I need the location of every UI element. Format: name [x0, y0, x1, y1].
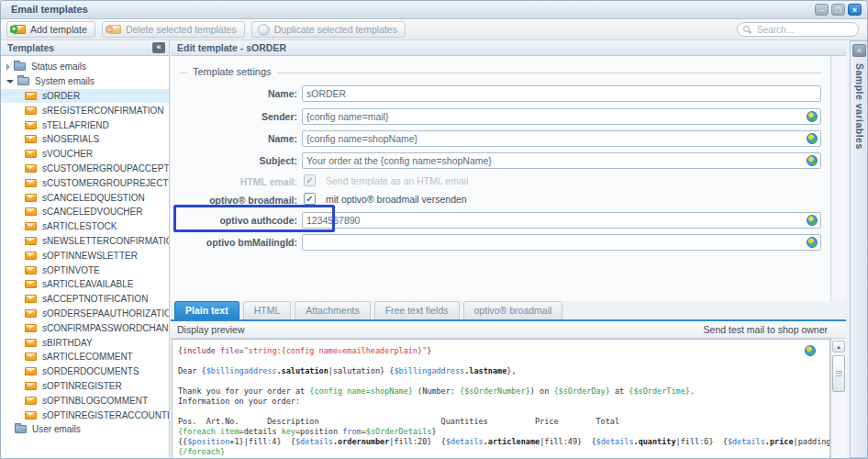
- code-scrollbar[interactable]: ▲: [830, 339, 846, 459]
- scroll-thumb[interactable]: [832, 355, 845, 392]
- mail-icon: [25, 135, 37, 143]
- code-line: {/foreach}: [178, 447, 829, 457]
- tree-item-sarticlecomment[interactable]: sARTICLECOMMENT: [1, 350, 169, 364]
- expand-arrow-icon[interactable]: [6, 63, 10, 71]
- tree-item-sbirthday[interactable]: sBIRTHDAY: [1, 335, 169, 350]
- name-label: Name:: [180, 88, 297, 99]
- tree-item-sregisterconfirmation[interactable]: sREGISTERCONFIRMATION: [1, 103, 169, 118]
- tree-item-label: sCONFIRMPASSWORDCHANGE: [42, 323, 169, 333]
- collapse-arrow-icon[interactable]: [6, 80, 14, 84]
- tree-item-sordersepaauthorization[interactable]: sORDERSEPAAUTHORIZATION: [1, 307, 169, 321]
- code-line: Pos. Art.No. Description Quantities Pric…: [178, 417, 829, 427]
- globe-icon[interactable]: [807, 237, 818, 248]
- template-settings-form: Template settings Name:Sender:Name:Subje…: [171, 56, 830, 301]
- tree-item-label: sOPTINREGISTERACCOUNTLESS: [42, 410, 169, 420]
- code-line: Thank you for your order at {config name…: [178, 386, 829, 397]
- mail-icon: [25, 106, 37, 115]
- optivo-bmmailingid-input[interactable]: [302, 234, 821, 251]
- template-tree: Status emailsSystem emailssORDERsREGISTE…: [1, 56, 169, 458]
- form-row-subject: Subject:: [180, 152, 822, 169]
- search-icon: [743, 26, 751, 34]
- tree-item-label: sCUSTOMERGROUPACCEPTED: [42, 163, 169, 174]
- add-template-button[interactable]: Add template: [6, 21, 95, 38]
- search-box[interactable]: [737, 22, 859, 37]
- tree-item-snoserials[interactable]: sNOSERIALS: [1, 132, 169, 147]
- sender-input[interactable]: [302, 108, 821, 125]
- tree-item-sorderdocuments[interactable]: sORDERDOCUMENTS: [1, 364, 169, 379]
- tree-item-soptinvote[interactable]: sOPTINVOTE: [1, 263, 169, 277]
- sidebar-collapse-button[interactable]: «: [152, 42, 165, 53]
- scroll-up-button[interactable]: ▲: [832, 341, 845, 353]
- shop-name-input[interactable]: [302, 130, 821, 147]
- toolbar: Add templateDelete selected templatesDup…: [1, 19, 867, 40]
- tab-bar: Plain textHTMLAttachmentsFree text field…: [171, 301, 846, 319]
- globe-icon[interactable]: [807, 111, 818, 122]
- tab-attachments[interactable]: Attachments: [295, 301, 370, 319]
- tree-item-sacceptnotification[interactable]: sACCEPTNOTIFICATION: [1, 292, 169, 307]
- search-input[interactable]: [755, 24, 868, 36]
- tab-html[interactable]: HTML: [243, 301, 292, 319]
- tree-item-snewsletterconfirmation[interactable]: sNEWSLETTERCONFIRMATION: [1, 234, 169, 249]
- preview-title: Display preview: [177, 324, 245, 335]
- tree-item-stellafriend[interactable]: sTELLAFRIEND: [1, 118, 169, 132]
- close-button[interactable]: ×: [848, 4, 862, 16]
- code-preview[interactable]: {include file="string:{config name=email…: [172, 339, 830, 459]
- mail-icon: [25, 92, 37, 100]
- html-email-checkbox-label: Send template as an HTML email: [326, 175, 468, 186]
- tree-item-soptinregisteraccountless[interactable]: sOPTINREGISTERACCOUNTLESS: [1, 408, 169, 422]
- optivo-bmmailingid-label: optivo bmMailingId:: [180, 237, 297, 248]
- tree-item-status-emails[interactable]: Status emails: [1, 60, 169, 74]
- tab-optivo-broadmail[interactable]: optivo® broadmail: [463, 301, 563, 319]
- tree-item-soptinblogcomment[interactable]: sOPTINBLOGCOMMENT: [1, 393, 169, 408]
- globe-icon[interactable]: [807, 133, 818, 144]
- mail-icon: [25, 324, 37, 332]
- tree-item-scustomergrouprejected[interactable]: sCUSTOMERGROUPREJECTED: [1, 175, 169, 190]
- maximize-button[interactable]: □: [831, 4, 845, 16]
- duplicate-selected-templates-label: Duplicate selected templates: [274, 24, 397, 35]
- mail-icon: [25, 411, 37, 420]
- sample-variables-panel[interactable]: « Sample variables: [850, 40, 868, 458]
- tree-item-label: sTELLAFRIEND: [42, 120, 109, 130]
- mail-icon: [25, 222, 37, 230]
- tab-plain-text[interactable]: Plain text: [174, 301, 239, 319]
- name-input[interactable]: [302, 85, 821, 102]
- optivo-broadmail-checkbox-label: mit optivo® broadmail versenden: [326, 194, 467, 205]
- tree-item-svoucher[interactable]: sVOUCHER: [1, 147, 169, 162]
- globe-icon[interactable]: [807, 215, 818, 226]
- preview-toolbar: Display preview Send test mail to shop o…: [171, 321, 846, 339]
- tree-item-soptinregister[interactable]: sOPTINREGISTER: [1, 379, 169, 394]
- tree-item-sarticleavailable[interactable]: sARTICLEAVAILABLE: [1, 277, 169, 292]
- form-row-shop-name: Name:: [180, 130, 822, 147]
- minimize-button[interactable]: –: [815, 4, 829, 16]
- delete-selected-templates-button[interactable]: Delete selected templates: [102, 21, 245, 38]
- optivo-authcode-input[interactable]: [302, 212, 821, 229]
- fieldset-legend: Template settings: [187, 66, 277, 77]
- html-email-label: HTML email:: [180, 176, 297, 187]
- tree-item-label: sNEWSLETTERCONFIRMATION: [42, 236, 169, 246]
- code-line: {foreach item=details key=position from=…: [178, 427, 829, 437]
- tree-item-scanceledquestion[interactable]: sCANCELEDQUESTION: [1, 190, 169, 205]
- send-test-mail-button[interactable]: Send test mail to shop owner: [704, 324, 828, 335]
- tree-item-sorder[interactable]: sORDER: [1, 89, 169, 104]
- form-scrollbar-track[interactable]: [830, 56, 846, 301]
- email-templates-window: Email templates –□× Add templateDelete s…: [0, 0, 868, 459]
- tree-item-scanceledvoucher[interactable]: sCANCELEDVOUCHER: [1, 205, 169, 219]
- tree-item-label: User emails: [32, 424, 81, 434]
- sample-variables-collapse-button[interactable]: «: [852, 44, 866, 57]
- tree-item-scustomergroupaccepted[interactable]: sCUSTOMERGROUPACCEPTED: [1, 162, 169, 176]
- mail-icon: [25, 121, 37, 129]
- tree-item-sarticlestock[interactable]: sARTICLESTOCK: [1, 219, 169, 234]
- tree-item-sconfirmpasswordchange[interactable]: sCONFIRMPASSWORDCHANGE: [1, 320, 169, 335]
- titlebar: Email templates –□×: [1, 1, 867, 19]
- tree-item-label: sCANCELEDVOUCHER: [42, 207, 142, 217]
- tree-item-label: sARTICLEAVAILABLE: [42, 279, 134, 289]
- subject-input[interactable]: [302, 152, 821, 169]
- add-template-label: Add template: [30, 24, 87, 35]
- tab-free-text-fields[interactable]: Free text fields: [374, 301, 460, 319]
- tree-item-user-emails[interactable]: User emails: [1, 422, 169, 437]
- tree-item-soptinnewsletter[interactable]: sOPTINNEWSLETTER: [1, 248, 169, 263]
- globe-icon[interactable]: [807, 155, 818, 166]
- duplicate-selected-templates-button[interactable]: Duplicate selected templates: [251, 21, 406, 38]
- tree-item-system-emails[interactable]: System emails: [1, 74, 169, 89]
- optivo-broadmail-checkbox[interactable]: ✓: [304, 193, 316, 205]
